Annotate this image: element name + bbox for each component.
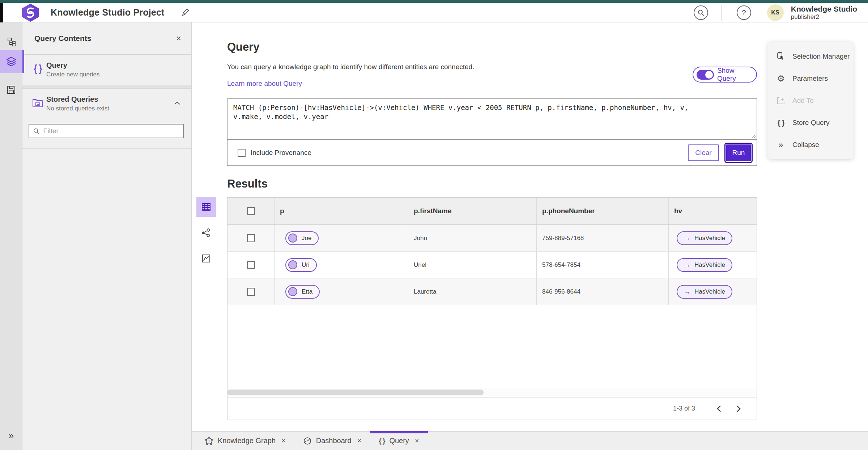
table-row[interactable]: Joe John 759-889-57168 → HasVehicle	[227, 225, 757, 252]
braces-icon: { }	[379, 437, 385, 445]
firstname-cell: Uriel	[408, 252, 537, 278]
previous-page-button[interactable]	[712, 401, 726, 416]
run-button[interactable]: Run	[726, 144, 752, 162]
user-avatar[interactable]: KS	[767, 4, 784, 21]
table-row[interactable]: Etta Lauretta 846-956-8644 → HasVehicle	[227, 278, 757, 305]
person-node-pill[interactable]: Joe	[285, 231, 319, 245]
query-footer: Include Provenance Clear Run	[227, 140, 757, 165]
top-bar-divider	[721, 5, 722, 21]
braces-icon: { }	[31, 62, 44, 75]
edge-pill[interactable]: → HasVehicle	[677, 231, 732, 245]
edge-arrow-icon: →	[684, 261, 691, 269]
dashboard-gauge-icon	[303, 437, 312, 445]
add-to-icon	[775, 96, 786, 105]
show-query-toggle[interactable]: Show Query	[693, 67, 757, 83]
chevron-right-icon	[736, 405, 741, 412]
tab-query[interactable]: { } Query ×	[370, 432, 427, 450]
row-checkbox[interactable]	[247, 234, 255, 242]
filter-search-box	[29, 124, 184, 138]
store-query-item[interactable]: { } Store Query	[767, 112, 854, 134]
phone-cell: 759-889-57168	[537, 225, 669, 251]
query-text: MATCH (p:Person)-[hv:HasVehicle]->(v:Veh…	[233, 103, 703, 121]
clear-button[interactable]: Clear	[688, 144, 719, 161]
page-description: You can query a knowledge graph to ident…	[227, 63, 474, 71]
include-provenance-checkbox[interactable]	[238, 149, 246, 157]
collapse-section-chevron[interactable]	[174, 100, 180, 107]
gear-icon: ⚙	[775, 73, 786, 84]
resize-handle-icon[interactable]	[751, 134, 756, 139]
scrollbar-thumb[interactable]	[227, 390, 484, 395]
table-header-row: p p.firstName p.phoneNumber hv	[227, 198, 757, 225]
column-header-phonenumber[interactable]: p.phoneNumber	[537, 198, 669, 224]
add-to-item: Add To	[767, 89, 854, 112]
selection-manager-icon	[775, 52, 786, 61]
graph-view-icon	[201, 228, 211, 238]
page-title: Query	[227, 41, 260, 54]
user-block: Knowledge Studio publisher2	[791, 5, 857, 21]
include-provenance-label: Include Provenance	[251, 149, 311, 157]
chart-view-button[interactable]	[196, 249, 216, 268]
edge-arrow-icon: →	[684, 288, 691, 296]
person-node-pill[interactable]: Uri	[285, 258, 317, 272]
column-header-p[interactable]: p	[275, 198, 408, 224]
panel-section-gap	[22, 85, 191, 89]
panel-item-query[interactable]: { } Query Create new queries	[22, 55, 191, 85]
results-view-switcher	[196, 197, 216, 274]
results-table: p p.firstName p.phoneNumber hv Joe John …	[227, 197, 757, 420]
phone-cell: 578-654-7854	[537, 252, 669, 278]
braces-icon: { }	[775, 118, 786, 127]
top-bar: Knowledge Studio Project ? KS Knowledge …	[0, 3, 868, 22]
table-view-button[interactable]	[196, 197, 216, 217]
search-button[interactable]	[694, 5, 708, 20]
query-workspace: Query You can query a knowledge graph to…	[192, 22, 868, 431]
select-all-checkbox[interactable]	[247, 207, 255, 215]
collapse-icon: »	[775, 140, 786, 149]
chevron-left-icon	[716, 405, 722, 412]
query-actions-menu: Selection Manager ⚙ Parameters Add To { …	[767, 42, 854, 159]
horizontal-scrollbar[interactable]	[227, 388, 757, 396]
edge-pill[interactable]: → HasVehicle	[677, 285, 732, 299]
query-layers-button[interactable]	[0, 50, 22, 73]
graph-view-button[interactable]	[196, 223, 216, 243]
tab-knowledge-graph[interactable]: Knowledge Graph ×	[196, 432, 294, 450]
save-button[interactable]	[0, 80, 22, 100]
layers-icon	[6, 56, 17, 67]
show-query-label: Show Query	[717, 67, 751, 83]
table-row[interactable]: Uri Uriel 578-654-7854 → HasVehicle	[227, 252, 757, 278]
row-checkbox[interactable]	[247, 261, 255, 269]
close-tab-icon[interactable]: ×	[281, 437, 286, 445]
query-textarea[interactable]: MATCH (p:Person)-[hv:HasVehicle]->(v:Veh…	[227, 99, 757, 140]
edge-arrow-icon: →	[684, 234, 691, 242]
column-header-firstname[interactable]: p.firstName	[408, 198, 537, 224]
firstname-cell: Lauretta	[408, 278, 537, 305]
learn-more-link[interactable]: Learn more about Query	[227, 80, 302, 88]
toggle-switch[interactable]	[697, 70, 714, 80]
edit-title-icon[interactable]	[180, 8, 190, 17]
pagination-range: 1-3 of 3	[673, 405, 695, 412]
column-header-hv[interactable]: hv	[669, 198, 757, 224]
filter-input[interactable]	[43, 127, 179, 135]
parameters-item[interactable]: ⚙ Parameters	[767, 67, 854, 89]
close-tab-icon[interactable]: ×	[357, 437, 362, 445]
tab-dashboard[interactable]: Dashboard ×	[294, 432, 370, 450]
panel-item-stored-queries[interactable]: Stored Queries No stored queries exist	[22, 89, 191, 119]
panel-title: Query Contents	[34, 34, 92, 43]
node-dot-icon	[288, 287, 297, 296]
selection-manager-item[interactable]: Selection Manager	[767, 45, 854, 67]
help-button[interactable]: ?	[737, 5, 751, 20]
edge-pill[interactable]: → HasVehicle	[677, 258, 732, 272]
model-hierarchy-button[interactable]	[0, 32, 22, 52]
row-checkbox[interactable]	[247, 288, 255, 296]
stored-queries-folder-icon	[31, 96, 44, 109]
next-page-button[interactable]	[731, 401, 746, 416]
user-name: publisher2	[791, 13, 857, 21]
close-tab-icon[interactable]: ×	[415, 437, 419, 445]
expand-rail-button[interactable]: »	[0, 430, 22, 441]
person-node-pill[interactable]: Etta	[285, 285, 320, 299]
close-panel-icon[interactable]: ×	[176, 34, 181, 43]
search-icon	[697, 9, 705, 16]
knowledge-studio-app: Knowledge Studio Project ? KS Knowledge …	[0, 0, 868, 450]
results-title: Results	[227, 177, 268, 190]
document-tab-bar: Knowledge Graph × Dashboard × { } Query …	[192, 431, 868, 450]
collapse-menu-item[interactable]: » Collapse	[767, 134, 854, 156]
